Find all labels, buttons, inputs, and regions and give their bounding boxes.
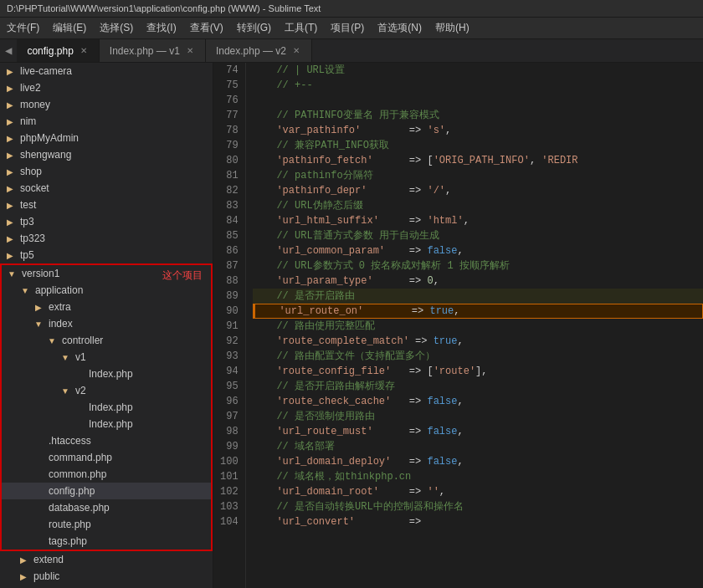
- menu-select[interactable]: 选择(S): [93, 19, 140, 37]
- code-lines: // | URL设置 // +-- // PATHINFO变量名 用于兼容模式 …: [246, 63, 703, 588]
- sidebar-item-application[interactable]: ▼ application: [2, 282, 211, 299]
- sidebar-item-phpmyadmin[interactable]: ▶ phpMyAdmin: [0, 130, 213, 146]
- sidebar-item-runtime[interactable]: ▶ runtime: [0, 585, 213, 588]
- folder-icon: ▶: [3, 184, 17, 193]
- menu-prefs[interactable]: 首选项(N): [371, 19, 428, 37]
- code-line-77: // PATHINFO变量名 用于兼容模式: [253, 108, 703, 123]
- sidebar-label: Index.php: [85, 368, 133, 380]
- sidebar-item-tags[interactable]: tags.php: [2, 533, 211, 550]
- code-editor: 74 75 76 77 78 79 80 81 82 83 84 85 86 8…: [213, 63, 703, 588]
- sidebar-item-config[interactable]: config.php: [2, 483, 211, 499]
- code-line-91: // 路由使用完整匹配: [253, 319, 703, 334]
- folder-icon: ▶: [17, 555, 30, 565]
- folder-icon: ▶: [3, 234, 17, 243]
- sidebar-item-shengwang[interactable]: ▶ shengwang: [0, 146, 213, 163]
- folder-expanded-icon: ▼: [32, 320, 45, 329]
- sidebar[interactable]: ▶ live-camera ▶ live2 ▶ money ▶ nim ▶ ph…: [0, 63, 213, 588]
- sidebar-item-index-php-v2b[interactable]: Index.php: [2, 416, 211, 432]
- sidebar-label: v1: [72, 351, 86, 363]
- sidebar-item-extend[interactable]: ▶ extend: [0, 551, 213, 568]
- tab-index-v1[interactable]: Index.php — v1 ✕: [100, 39, 206, 62]
- folder-expanded-icon: ▼: [45, 336, 59, 345]
- sidebar-item-v2[interactable]: ▼ v2: [2, 382, 211, 399]
- code-line-85: // URL普通方式参数 用于自动生成: [253, 228, 703, 243]
- sidebar-item-public[interactable]: ▶ public: [0, 568, 213, 585]
- code-line-92: 'route_complete_match' => true,: [253, 334, 703, 349]
- tab-close-v1[interactable]: ✕: [185, 45, 195, 56]
- menu-edit[interactable]: 编辑(E): [46, 19, 93, 37]
- code-content: 74 75 76 77 78 79 80 81 82 83 84 85 86 8…: [213, 63, 703, 588]
- nav-left-arrow[interactable]: ◀: [0, 39, 17, 62]
- sidebar-label: tp3: [17, 216, 34, 228]
- code-line-82: 'pathinfo_depr' => '/',: [253, 183, 703, 198]
- sidebar-item-v1[interactable]: ▼ v1: [2, 349, 211, 366]
- sidebar-item-version1[interactable]: ▼ version1: [2, 265, 211, 282]
- sidebar-label: common.php: [45, 468, 106, 480]
- tab-close-config[interactable]: ✕: [79, 45, 89, 56]
- sidebar-label: route.php: [45, 519, 91, 530]
- folder-icon: ▶: [3, 251, 17, 260]
- folder-expanded-icon: ▼: [18, 286, 32, 295]
- sidebar-label: config.php: [45, 485, 95, 497]
- sidebar-item-money[interactable]: ▶ money: [0, 96, 213, 113]
- sidebar-item-route[interactable]: route.php: [2, 516, 211, 533]
- sidebar-item-common[interactable]: common.php: [2, 466, 211, 483]
- sidebar-item-command[interactable]: command.php: [2, 449, 211, 466]
- sidebar-item-socket[interactable]: ▶ socket: [0, 180, 213, 197]
- version1-section: 这个项目 ▼ version1 ▼ application ▶ extra ▼ …: [0, 263, 213, 551]
- sidebar-label: v2: [72, 385, 86, 396]
- sidebar-item-index-php-v2a[interactable]: Index.php: [2, 399, 211, 416]
- folder-icon: ▶: [3, 67, 17, 76]
- sidebar-item-live2[interactable]: ▶ live2: [0, 79, 213, 96]
- sidebar-label: version1: [18, 268, 59, 279]
- tab-index-v2[interactable]: Index.php — v2 ✕: [206, 39, 312, 62]
- code-line-93: // 路由配置文件（支持配置多个）: [253, 349, 703, 364]
- sidebar-item-database[interactable]: database.php: [2, 499, 211, 516]
- code-line-87: // URL参数方式 0 按名称成对解析 1 按顺序解析: [253, 258, 703, 274]
- folder-icon: ▶: [3, 117, 17, 126]
- code-line-86: 'url_common_param' => false,: [253, 243, 703, 258]
- sidebar-label: command.php: [45, 452, 112, 463]
- tab-label: Index.php — v2: [216, 45, 286, 57]
- sidebar-label: Index.php: [85, 401, 133, 413]
- sidebar-item-index-php-v1[interactable]: Index.php: [2, 366, 211, 382]
- code-line-75: // +--: [253, 78, 703, 93]
- sidebar-item-tp3[interactable]: ▶ tp3: [0, 213, 213, 230]
- code-line-100: 'url_domain_deploy' => false,: [253, 454, 703, 469]
- sidebar-item-extra[interactable]: ▶ extra: [2, 299, 211, 315]
- sidebar-label: extra: [45, 301, 71, 313]
- sidebar-item-htaccess[interactable]: .htaccess: [2, 432, 211, 449]
- code-line-80: 'pathinfo_fetch' => ['ORIG_PATH_INFO', '…: [253, 153, 703, 168]
- menu-bar: 文件(F) 编辑(E) 选择(S) 查找(I) 查看(V) 转到(G) 工具(T…: [0, 18, 703, 39]
- sidebar-label: test: [17, 199, 36, 211]
- sidebar-label: phpMyAdmin: [17, 132, 79, 144]
- tab-close-v2[interactable]: ✕: [291, 45, 301, 56]
- sidebar-label: application: [32, 284, 83, 296]
- code-line-103: // 是否自动转换URL中的控制器和操作名: [253, 499, 703, 514]
- tab-config-php[interactable]: config.php ✕: [17, 39, 99, 62]
- menu-file[interactable]: 文件(F): [0, 19, 46, 37]
- code-line-84: 'url_html_suffix' => 'html',: [253, 213, 703, 228]
- sidebar-item-nim[interactable]: ▶ nim: [0, 113, 213, 130]
- menu-project[interactable]: 项目(P): [324, 19, 371, 37]
- menu-tools[interactable]: 工具(T): [278, 19, 324, 37]
- folder-icon: ▶: [3, 167, 17, 176]
- menu-help[interactable]: 帮助(H): [428, 19, 476, 37]
- folder-icon: ▶: [32, 303, 45, 312]
- sidebar-item-test[interactable]: ▶ test: [0, 197, 213, 213]
- code-line-79: // 兼容PATH_INFO获取: [253, 138, 703, 153]
- sidebar-item-tp5[interactable]: ▶ tp5: [0, 247, 213, 263]
- code-line-76: [253, 93, 703, 108]
- sidebar-item-tp323[interactable]: ▶ tp323: [0, 230, 213, 247]
- menu-find[interactable]: 查找(I): [140, 19, 182, 37]
- sidebar-label: tp5: [17, 249, 34, 261]
- sidebar-label: shop: [17, 166, 42, 177]
- sidebar-item-live-camera[interactable]: ▶ live-camera: [0, 63, 213, 79]
- folder-icon: ▶: [17, 572, 30, 581]
- sidebar-item-shop[interactable]: ▶ shop: [0, 163, 213, 180]
- menu-view[interactable]: 查看(V): [183, 19, 230, 37]
- menu-goto[interactable]: 转到(G): [230, 19, 278, 37]
- sidebar-item-controller[interactable]: ▼ controller: [2, 332, 211, 349]
- sidebar-item-index[interactable]: ▼ index: [2, 315, 211, 332]
- code-line-78: 'var_pathinfo' => 's',: [253, 123, 703, 138]
